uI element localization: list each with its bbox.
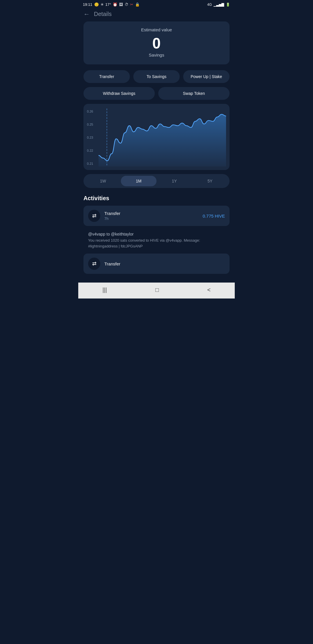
nav-home-icon[interactable]: □ — [155, 287, 159, 293]
to-savings-button[interactable]: To Savings — [133, 70, 180, 83]
status-scissors-icon: ✂ — [130, 2, 133, 7]
activity-time-1: 7h — [104, 216, 199, 221]
time-1w-button[interactable]: 1W — [85, 176, 121, 186]
chart-line-svg — [99, 108, 226, 167]
activity-item-1[interactable]: ⇄ Transfer 7h 0.775 HIVE — [83, 206, 230, 226]
main-content: Estimated value 0 Savings Transfer To Sa… — [78, 21, 235, 274]
chart-y-labels: 0.26 0.25 0.23 0.22 0.21 — [87, 108, 98, 167]
activity-amount-1: 0.775 HIVE — [203, 214, 225, 218]
activity-icon-transfer: ⇄ — [88, 210, 100, 222]
status-alarm-icon: ⏰ — [113, 2, 117, 7]
value-card: Estimated value 0 Savings — [83, 21, 230, 64]
bottom-nav: ||| □ < — [78, 283, 235, 299]
chart-svg-wrapper — [99, 108, 226, 167]
activity-icon-transfer-2: ⇄ — [88, 258, 100, 270]
status-left: 19:11 🙂 ✳ 17° ⏰ 🖼 ⏱ ✂ 🔒 — [83, 2, 140, 7]
transfer-icon-2: ⇄ — [92, 261, 97, 267]
activities-section: Activities ⇄ Transfer 7h 0.775 HIVE @v4v… — [83, 195, 230, 274]
time-1y-button[interactable]: 1Y — [156, 176, 192, 186]
activity-main-2: Transfer — [104, 261, 225, 266]
status-wind-icon: ✳ — [101, 2, 104, 7]
transfer-icon: ⇄ — [92, 213, 97, 219]
battery-icon: 🔋 — [226, 3, 230, 7]
activity-desc-1: You received 1020 sats converted to HIVE… — [88, 238, 225, 249]
power-up-button[interactable]: Power Up | Stake — [183, 70, 230, 83]
withdraw-savings-button[interactable]: Withdraw Savings — [83, 87, 155, 100]
value-currency: Savings — [89, 53, 224, 57]
back-button[interactable]: ← — [83, 11, 90, 17]
status-bar: 19:11 🙂 ✳ 17° ⏰ 🖼 ⏱ ✂ 🔒 4G ▁▃▅▇ 🔋 — [78, 0, 235, 8]
activities-title: Activities — [83, 195, 230, 202]
status-lock-icon: 🔒 — [135, 2, 140, 7]
activity-item-2[interactable]: ⇄ Transfer — [83, 254, 230, 274]
transfer-button[interactable]: Transfer — [83, 70, 130, 83]
status-right: 4G ▁▃▅▇ 🔋 — [207, 3, 230, 7]
status-time: 19:11 — [83, 2, 92, 7]
signal-icon: ▁▃▅▇ — [214, 3, 224, 7]
status-img-icon: 🖼 — [119, 2, 123, 7]
status-timer-icon: ⏱ — [125, 2, 128, 7]
activity-main-1: Transfer 7h — [104, 211, 199, 221]
swap-token-button[interactable]: Swap Token — [158, 87, 230, 100]
time-1m-button[interactable]: 1M — [121, 176, 156, 186]
header: ← Details — [78, 8, 235, 21]
page-title: Details — [94, 11, 112, 17]
price-chart: 0.26 0.25 0.23 0.22 0.21 — [83, 104, 230, 170]
activity-detail-1: @v4vapp to @keithtaylor You received 102… — [83, 229, 230, 254]
action-buttons-row1: Transfer To Savings Power Up | Stake — [83, 70, 230, 83]
time-range-selector: 1W 1M 1Y 5Y — [83, 174, 230, 188]
y-label-1: 0.21 — [87, 162, 98, 165]
time-5y-button[interactable]: 5Y — [192, 176, 228, 186]
activity-type-1: Transfer — [104, 211, 199, 216]
nav-menu-icon[interactable]: ||| — [102, 287, 107, 293]
nav-back-icon[interactable]: < — [207, 287, 211, 293]
action-buttons-row2: Withdraw Savings Swap Token — [83, 87, 230, 100]
status-smiley-icon: 🙂 — [94, 2, 99, 7]
y-label-3: 0.23 — [87, 136, 98, 139]
value-amount: 0 — [89, 36, 224, 51]
value-label: Estimated value — [89, 27, 224, 32]
activity-user-1: @v4vapp to @keithtaylor — [88, 232, 225, 236]
y-label-4: 0.25 — [87, 123, 98, 126]
y-label-2: 0.22 — [87, 149, 98, 152]
chart-area: 0.26 0.25 0.23 0.22 0.21 — [87, 108, 226, 167]
activity-type-2: Transfer — [104, 261, 225, 266]
network-label: 4G — [207, 3, 212, 7]
status-temp: 17° — [105, 2, 111, 7]
y-label-5: 0.26 — [87, 110, 98, 113]
